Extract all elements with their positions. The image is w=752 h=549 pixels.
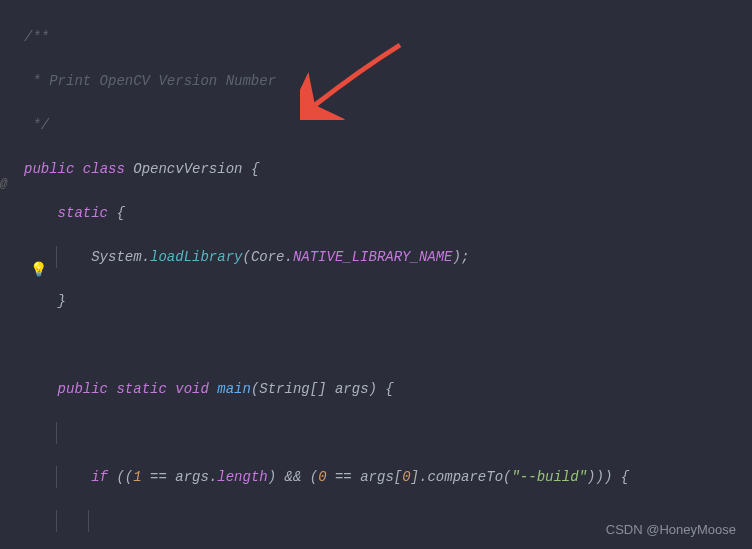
kw: class <box>83 161 125 177</box>
op: == <box>150 469 167 485</box>
kw: public <box>58 381 108 397</box>
num: 0 <box>318 469 326 485</box>
param: args <box>335 381 369 397</box>
method: loadLibrary <box>150 249 242 265</box>
type: String <box>259 381 309 397</box>
ident: System <box>91 249 141 265</box>
comment-line: /** <box>24 29 49 45</box>
kw: if <box>91 469 108 485</box>
static-field: NATIVE_LIBRARY_NAME <box>293 249 453 265</box>
watermark: CSDN @HoneyMoose <box>606 522 736 537</box>
string: "--build" <box>511 469 587 485</box>
class-name: OpencvVersion <box>133 161 242 177</box>
ident: Core <box>251 249 285 265</box>
ident: args <box>175 469 209 485</box>
num: 0 <box>402 469 410 485</box>
comment-line: */ <box>24 117 49 133</box>
kw: void <box>175 381 209 397</box>
num: 1 <box>133 469 141 485</box>
kw: static <box>116 381 166 397</box>
field: length <box>217 469 267 485</box>
comment-line: * Print OpenCV Version Number <box>24 73 276 89</box>
kw: static <box>58 205 108 221</box>
code-content: /** * Print OpenCV Version Number */ pub… <box>0 4 752 549</box>
op: && <box>285 469 302 485</box>
kw: public <box>24 161 74 177</box>
op: == <box>335 469 352 485</box>
ident: args <box>360 469 394 485</box>
method: compareTo <box>427 469 503 485</box>
code-editor[interactable]: /** * Print OpenCV Version Number */ pub… <box>0 0 752 549</box>
method: main <box>217 381 251 397</box>
